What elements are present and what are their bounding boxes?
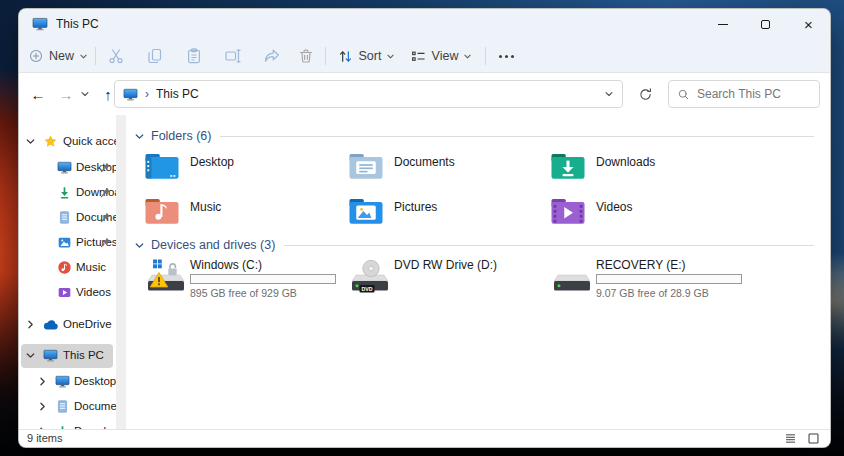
- sidebar-item-downloads-pinned[interactable]: Downloads: [19, 181, 116, 205]
- folder-tile-videos[interactable]: Videos: [550, 196, 742, 234]
- view-button-label: View: [432, 49, 459, 63]
- maximize-icon: [761, 20, 770, 29]
- desktop-icon: [55, 374, 70, 389]
- rename-button[interactable]: [218, 43, 248, 69]
- command-bar: New Sort View: [19, 39, 830, 73]
- sidebar-item-this-pc-documents[interactable]: Documents: [19, 395, 116, 419]
- folder-tile-downloads[interactable]: Downloads: [550, 151, 742, 189]
- maximize-button[interactable]: [744, 9, 787, 39]
- chevron-down-icon[interactable]: [25, 350, 36, 361]
- chevron-down-icon: [80, 89, 90, 99]
- sidebar-item-label: OneDrive: [63, 318, 112, 330]
- folder-tile-pictures[interactable]: Pictures: [348, 196, 540, 234]
- breadcrumb-separator: ›: [145, 87, 149, 101]
- sort-arrows-icon: [337, 48, 354, 65]
- sidebar-item-quick-access[interactable]: Quick access: [19, 130, 116, 154]
- forward-button[interactable]: →: [53, 81, 79, 107]
- toolbar-separator: [485, 47, 486, 65]
- folder-tile-documents[interactable]: Documents: [348, 151, 540, 189]
- cut-button[interactable]: [101, 43, 131, 69]
- downloads-icon: [55, 424, 70, 429]
- chevron-down-icon[interactable]: [134, 240, 145, 251]
- hard-drive-windows-icon: [143, 259, 189, 297]
- copy-button[interactable]: [140, 43, 170, 69]
- search-icon: [677, 88, 690, 101]
- chevron-down-icon: [386, 52, 395, 61]
- content-area: Quick access Desktop Downloads Documents…: [19, 115, 830, 429]
- close-button[interactable]: ×: [787, 9, 830, 39]
- drive-tile-windows-c[interactable]: Windows (C:) 895 GB free of 929 GB: [144, 257, 348, 305]
- chevron-down-icon[interactable]: [25, 136, 36, 147]
- group-header-rule: [220, 136, 814, 137]
- dvd-label: DVD: [361, 286, 372, 292]
- sidebar-item-onedrive[interactable]: OneDrive: [19, 313, 116, 337]
- ellipsis-icon: [499, 55, 514, 58]
- paste-button[interactable]: [179, 43, 209, 69]
- videos-folder-icon: [550, 196, 586, 226]
- new-button[interactable]: New: [27, 43, 89, 69]
- pin-icon: [100, 237, 111, 248]
- sort-button[interactable]: Sort: [331, 43, 401, 69]
- minimize-icon: [718, 24, 728, 25]
- back-icon: ←: [31, 86, 46, 103]
- refresh-button[interactable]: [631, 80, 659, 108]
- group-header-rule: [284, 245, 814, 246]
- address-dropdown-button[interactable]: [604, 89, 614, 99]
- sidebar-scrollbar[interactable]: [116, 115, 126, 429]
- chevron-right-icon[interactable]: [25, 319, 36, 330]
- sidebar-item-music[interactable]: Music: [19, 256, 116, 280]
- trash-icon: [297, 47, 315, 65]
- sidebar-item-documents-pinned[interactable]: Documents: [19, 206, 116, 230]
- toolbar-separator: [325, 47, 326, 65]
- up-icon: ↑: [104, 86, 112, 103]
- address-bar[interactable]: › This PC: [114, 80, 623, 108]
- recent-locations-button[interactable]: [77, 81, 93, 107]
- folder-tile-desktop[interactable]: Desktop: [144, 151, 336, 189]
- scissors-icon: [107, 47, 125, 65]
- pin-icon: [100, 187, 111, 198]
- chevron-right-icon[interactable]: [37, 401, 48, 412]
- see-more-button[interactable]: [491, 43, 521, 69]
- pin-icon: [100, 212, 111, 223]
- music-icon: [57, 260, 72, 275]
- sidebar-item-this-pc-downloads[interactable]: Downloads: [19, 420, 116, 429]
- plus-circle-icon: [28, 48, 44, 64]
- items-count: 9 items: [27, 432, 62, 444]
- search-input[interactable]: [697, 87, 811, 101]
- group-header-label: Devices and drives (3): [151, 238, 275, 252]
- sidebar-item-label: Downloads: [74, 425, 116, 429]
- sidebar-item-this-pc[interactable]: This PC: [19, 344, 116, 368]
- share-button[interactable]: [257, 43, 287, 69]
- folder-tile-label: Desktop: [190, 155, 234, 169]
- sidebar-item-desktop-pinned[interactable]: Desktop: [19, 156, 116, 180]
- dvd-drive-icon: DVD: [347, 259, 393, 297]
- close-icon: ×: [804, 17, 813, 32]
- sidebar-item-this-pc-desktop[interactable]: Desktop: [19, 370, 116, 394]
- chevron-down-icon[interactable]: [134, 131, 145, 142]
- folder-tile-music[interactable]: Music: [144, 196, 336, 234]
- details-view-button[interactable]: [784, 432, 797, 445]
- chevron-right-icon[interactable]: [37, 426, 48, 429]
- desktop-icon: [57, 160, 72, 175]
- back-button[interactable]: ←: [25, 81, 51, 107]
- drive-tile-dvd-d[interactable]: DVD DVD RW Drive (D:): [348, 257, 552, 305]
- sidebar-item-videos[interactable]: Videos: [19, 281, 116, 305]
- sidebar-item-pictures-pinned[interactable]: Pictures: [19, 231, 116, 255]
- cloud-icon: [43, 319, 59, 331]
- pictures-folder-icon: [348, 196, 384, 226]
- large-icons-view-button[interactable]: [807, 432, 820, 445]
- chevron-down-icon: [79, 52, 88, 61]
- sidebar-item-label: Videos: [76, 286, 111, 298]
- downloads-folder-icon: [550, 151, 586, 181]
- this-pc-icon: [32, 16, 48, 32]
- delete-button[interactable]: [291, 43, 321, 69]
- documents-icon: [57, 210, 72, 225]
- chevron-right-icon[interactable]: [37, 376, 48, 387]
- window-title: This PC: [56, 17, 99, 31]
- view-button[interactable]: View: [405, 43, 477, 69]
- pictures-icon: [57, 235, 72, 250]
- drive-name: RECOVERY (E:): [596, 258, 686, 272]
- minimize-button[interactable]: [701, 9, 744, 39]
- breadcrumb[interactable]: This PC: [156, 87, 199, 101]
- drive-tile-recovery-e[interactable]: RECOVERY (E:) 9.07 GB free of 28.9 GB: [550, 257, 754, 305]
